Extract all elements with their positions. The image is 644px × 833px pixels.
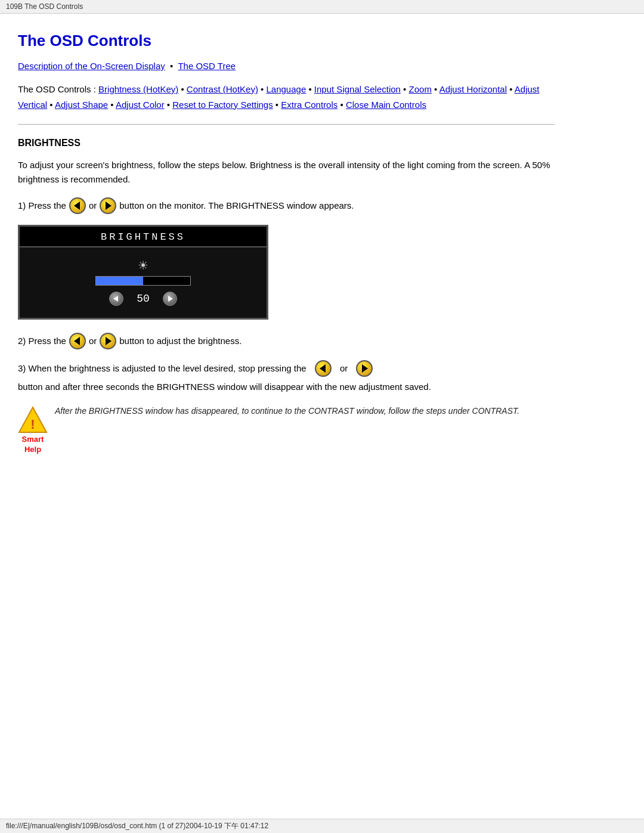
- smart-note: After the BRIGHTNESS window has disappea…: [55, 406, 519, 416]
- link-close[interactable]: Close Main Controls: [346, 100, 426, 110]
- osd-window: BRIGHTNESS ☀ 50: [18, 225, 268, 320]
- osd-title-bar: BRIGHTNESS: [20, 227, 267, 247]
- step3-prefix: 3) When the brightness is adjusted to th…: [18, 361, 306, 376]
- step1-or: or: [89, 199, 97, 213]
- step-1: 1) Press the or button on the monitor. T…: [18, 197, 555, 214]
- step2-suffix: button to adjust the brightness.: [119, 334, 242, 348]
- brightness-description: To adjust your screen's brightness, foll…: [18, 158, 555, 187]
- link-input-signal[interactable]: Input Signal Selection: [314, 84, 401, 94]
- right-arrow-icon-2: [100, 333, 116, 349]
- step2-or: or: [89, 334, 97, 348]
- osd-bar-fill: [96, 277, 143, 285]
- link-language[interactable]: Language: [267, 84, 306, 94]
- step-2: 2) Press the or button to adjust the bri…: [18, 333, 555, 349]
- osd-body: ☀ 50: [20, 247, 267, 318]
- left-arrow-icon-1: [69, 197, 86, 214]
- link-brightness[interactable]: Brightness (HotKey): [98, 84, 178, 94]
- osd-bar-container: [95, 276, 191, 286]
- nav-link-description[interactable]: Description of the On-Screen Display: [18, 61, 165, 71]
- right-arrow-icon-3: [356, 360, 373, 377]
- link-reset[interactable]: Reset to Factory Settings: [172, 100, 273, 110]
- osd-controls: 50: [109, 292, 177, 306]
- intro-links-block: The OSD Controls : Brightness (HotKey) •…: [18, 82, 555, 112]
- sun-icon: ☀: [138, 258, 148, 272]
- osd-value: 50: [134, 293, 152, 305]
- step3-suffix: button and after three seconds the BRIGH…: [18, 380, 431, 394]
- link-adj-shape[interactable]: Adjust Shape: [55, 100, 108, 110]
- smart-label: Smart: [22, 435, 44, 444]
- warning-triangle-icon: !: [18, 405, 48, 435]
- page-title: The OSD Controls: [18, 32, 555, 50]
- divider: [18, 124, 555, 125]
- link-contrast[interactable]: Contrast (HotKey): [187, 84, 258, 94]
- help-label: Help: [24, 445, 41, 454]
- step2-prefix: 2) Press the: [18, 334, 66, 348]
- link-extra[interactable]: Extra Controls: [281, 100, 338, 110]
- step1-prefix: 1) Press the: [18, 199, 66, 213]
- svg-text:!: !: [30, 417, 35, 432]
- step3-or: or: [340, 361, 348, 376]
- nav-links: Description of the On-Screen Display • T…: [18, 61, 555, 71]
- link-zoom[interactable]: Zoom: [409, 84, 432, 94]
- link-adj-color[interactable]: Adjust Color: [116, 100, 165, 110]
- link-adj-horiz[interactable]: Adjust Horizontal: [439, 84, 507, 94]
- step1-suffix: button on the monitor. The BRIGHTNESS wi…: [119, 199, 354, 213]
- right-arrow-icon-1: [100, 197, 116, 214]
- left-arrow-icon-3: [315, 360, 332, 377]
- step-3: 3) When the brightness is adjusted to th…: [18, 360, 555, 394]
- brightness-section-title: BRIGHTNESS: [18, 138, 555, 148]
- nav-link-osd-tree[interactable]: The OSD Tree: [178, 61, 236, 71]
- intro-prefix: The OSD Controls :: [18, 84, 98, 94]
- osd-right-arrow: [163, 292, 177, 306]
- left-arrow-icon-2: [69, 333, 86, 349]
- smart-help-block: ! Smart Help After the BRIGHTNESS window…: [18, 405, 555, 454]
- osd-left-arrow: [109, 292, 123, 306]
- smart-help-text: After the BRIGHTNESS window has disappea…: [55, 405, 519, 417]
- browser-tab: 109B The OSD Controls: [0, 0, 644, 14]
